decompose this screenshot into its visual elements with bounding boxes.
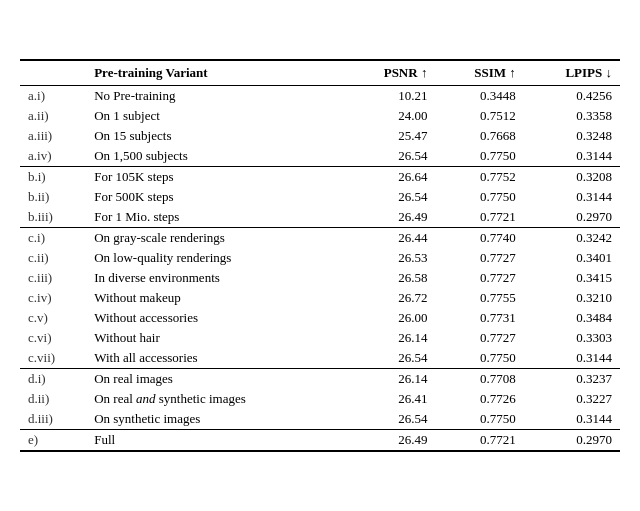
row-variant: Full	[86, 430, 344, 452]
row-psnr: 26.64	[344, 167, 436, 188]
row-psnr: 26.14	[344, 369, 436, 390]
table-row: a.iv)On 1,500 subjects26.540.77500.3144	[20, 146, 620, 167]
row-ssim: 0.7731	[435, 308, 523, 328]
table-row: c.vii)With all accessories26.540.77500.3…	[20, 348, 620, 369]
row-variant: Without makeup	[86, 288, 344, 308]
row-id: c.vi)	[20, 328, 86, 348]
table-row: c.v)Without accessories26.000.77310.3484	[20, 308, 620, 328]
row-ssim: 0.7752	[435, 167, 523, 188]
row-id: a.ii)	[20, 106, 86, 126]
row-variant: On 15 subjects	[86, 126, 344, 146]
table-row: e)Full26.490.77210.2970	[20, 430, 620, 452]
row-id: c.iv)	[20, 288, 86, 308]
row-lpips: 0.3144	[524, 348, 620, 369]
row-psnr: 26.14	[344, 328, 436, 348]
row-id: b.ii)	[20, 187, 86, 207]
row-psnr: 26.49	[344, 430, 436, 452]
row-ssim: 0.7721	[435, 430, 523, 452]
table-container: Pre-training Variant PSNR ↑ SSIM ↑ LPIPS…	[20, 59, 620, 452]
results-table: Pre-training Variant PSNR ↑ SSIM ↑ LPIPS…	[20, 59, 620, 452]
row-ssim: 0.7750	[435, 409, 523, 430]
row-id: a.i)	[20, 86, 86, 107]
row-lpips: 0.4256	[524, 86, 620, 107]
row-id: a.iii)	[20, 126, 86, 146]
row-id: c.i)	[20, 228, 86, 249]
table-row: c.ii)On low-quality renderings26.530.772…	[20, 248, 620, 268]
row-ssim: 0.7740	[435, 228, 523, 249]
row-lpips: 0.3303	[524, 328, 620, 348]
row-ssim: 0.7668	[435, 126, 523, 146]
row-psnr: 26.58	[344, 268, 436, 288]
row-psnr: 26.54	[344, 146, 436, 167]
row-lpips: 0.3401	[524, 248, 620, 268]
row-psnr: 26.54	[344, 348, 436, 369]
row-id: c.ii)	[20, 248, 86, 268]
row-variant: For 105K steps	[86, 167, 344, 188]
row-ssim: 0.7750	[435, 187, 523, 207]
row-ssim: 0.7750	[435, 146, 523, 167]
row-variant: With all accessories	[86, 348, 344, 369]
table-row: c.iv)Without makeup26.720.77550.3210	[20, 288, 620, 308]
col-header-variant: Pre-training Variant	[86, 60, 344, 86]
row-psnr: 26.49	[344, 207, 436, 228]
row-ssim: 0.3448	[435, 86, 523, 107]
row-variant: On low-quality renderings	[86, 248, 344, 268]
row-id: d.iii)	[20, 409, 86, 430]
table-row: d.i)On real images26.140.77080.3237	[20, 369, 620, 390]
row-lpips: 0.3248	[524, 126, 620, 146]
row-id: d.ii)	[20, 389, 86, 409]
table-row: b.ii)For 500K steps26.540.77500.3144	[20, 187, 620, 207]
row-variant: On real images	[86, 369, 344, 390]
row-id: c.iii)	[20, 268, 86, 288]
row-ssim: 0.7721	[435, 207, 523, 228]
table-row: a.i)No Pre-training10.210.34480.4256	[20, 86, 620, 107]
row-id: a.iv)	[20, 146, 86, 167]
row-lpips: 0.2970	[524, 430, 620, 452]
row-id: b.iii)	[20, 207, 86, 228]
row-ssim: 0.7727	[435, 328, 523, 348]
row-lpips: 0.3144	[524, 146, 620, 167]
row-ssim: 0.7727	[435, 248, 523, 268]
row-id: c.vii)	[20, 348, 86, 369]
col-header-ssim: SSIM ↑	[435, 60, 523, 86]
table-row: d.ii)On real and synthetic images26.410.…	[20, 389, 620, 409]
row-psnr: 26.44	[344, 228, 436, 249]
row-lpips: 0.3208	[524, 167, 620, 188]
table-row: b.iii)For 1 Mio. steps26.490.77210.2970	[20, 207, 620, 228]
row-psnr: 26.53	[344, 248, 436, 268]
row-psnr: 26.41	[344, 389, 436, 409]
row-ssim: 0.7512	[435, 106, 523, 126]
row-variant: For 500K steps	[86, 187, 344, 207]
row-variant: On gray-scale renderings	[86, 228, 344, 249]
row-id: e)	[20, 430, 86, 452]
row-psnr: 26.00	[344, 308, 436, 328]
row-psnr: 26.54	[344, 409, 436, 430]
row-lpips: 0.3358	[524, 106, 620, 126]
row-id: b.i)	[20, 167, 86, 188]
row-variant: On synthetic images	[86, 409, 344, 430]
col-header-lpips: LPIPS ↓	[524, 60, 620, 86]
row-ssim: 0.7708	[435, 369, 523, 390]
row-lpips: 0.2970	[524, 207, 620, 228]
row-variant: Without hair	[86, 328, 344, 348]
row-ssim: 0.7755	[435, 288, 523, 308]
row-variant: On 1,500 subjects	[86, 146, 344, 167]
row-lpips: 0.3242	[524, 228, 620, 249]
row-lpips: 0.3237	[524, 369, 620, 390]
row-lpips: 0.3144	[524, 187, 620, 207]
row-lpips: 0.3484	[524, 308, 620, 328]
row-psnr: 24.00	[344, 106, 436, 126]
table-row: a.iii)On 15 subjects25.470.76680.3248	[20, 126, 620, 146]
row-ssim: 0.7727	[435, 268, 523, 288]
row-psnr: 26.54	[344, 187, 436, 207]
row-variant: For 1 Mio. steps	[86, 207, 344, 228]
table-row: c.vi)Without hair26.140.77270.3303	[20, 328, 620, 348]
table-row: c.iii)In diverse environments26.580.7727…	[20, 268, 620, 288]
row-variant: Without accessories	[86, 308, 344, 328]
row-variant: In diverse environments	[86, 268, 344, 288]
table-row: c.i)On gray-scale renderings26.440.77400…	[20, 228, 620, 249]
table-row: d.iii)On synthetic images26.540.77500.31…	[20, 409, 620, 430]
row-lpips: 0.3144	[524, 409, 620, 430]
row-variant: On 1 subject	[86, 106, 344, 126]
col-header-psnr: PSNR ↑	[344, 60, 436, 86]
